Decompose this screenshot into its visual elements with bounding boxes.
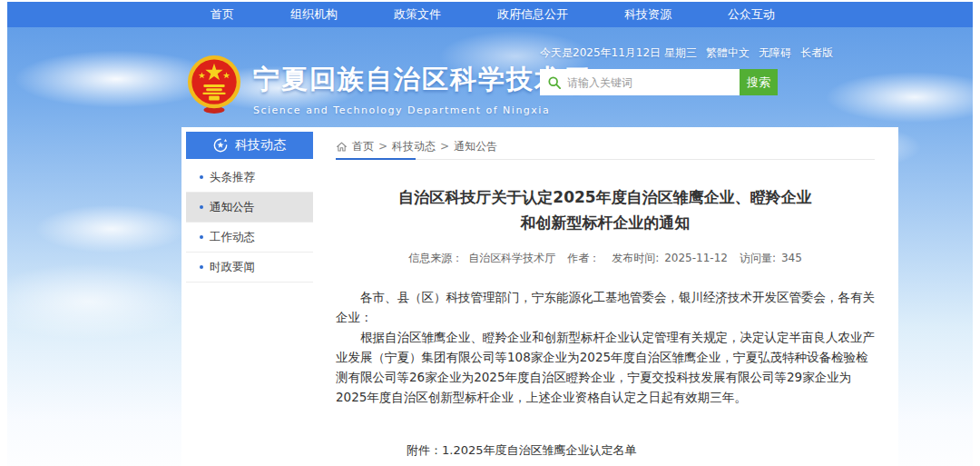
attachments-list: 1.2025年度自治区雏鹰企业认定名单 2.2025年度自治区瞪羚企业认定名单 … [442,440,672,466]
search-icon [548,76,561,89]
meta-publish-date: 2025-11-12 [664,252,728,264]
article-title-line1: 自治区科技厅关于认定2025年度自治区雏鹰企业、瞪羚企业 [336,184,875,210]
home-icon [336,141,348,153]
bullet-dot-icon [200,175,203,179]
sidebar-title: 科技动态 [235,137,286,154]
national-emblem-icon [186,55,242,114]
nav-item-organization[interactable]: 组织机构 [290,6,338,23]
attachment-link-1[interactable]: 1.2025年度自治区雏鹰企业认定名单 [442,440,672,461]
top-navbar: 首页 组织机构 政策文件 政府信息公开 科技资源 公众互动 [7,2,973,27]
sidebar: 科技动态 头条推荐 通知公告 工作动态 时政要闻 [181,127,319,466]
content-panel: 科技动态 头条推荐 通知公告 工作动态 时政要闻 [181,127,898,466]
nav-item-policy[interactable]: 政策文件 [394,6,441,23]
bullet-dot-icon [200,265,203,269]
article-paragraph: 根据自治区雏鹰企业、瞪羚企业和创新型标杆企业认定管理有关规定，决定认定半亩良人农… [336,327,875,407]
article-title-line2: 和创新型标杆企业的通知 [336,210,875,235]
bullet-dot-icon [200,205,203,209]
link-traditional-chinese[interactable]: 繁體中文 [706,45,750,61]
nav-item-home[interactable]: 首页 [211,6,234,23]
meta-source: 自治区科学技术厅 [468,252,555,264]
header-meta-row: 今天是2025年11月12日 星期三 繁體中文 无障碍 长者版 [540,45,790,61]
sidebar-item-label: 工作动态 [210,230,255,245]
star-circle-icon [213,138,228,153]
link-elder-version[interactable]: 长者版 [800,45,833,61]
sidebar-item-political-news[interactable]: 时政要闻 [186,253,313,283]
bullet-dot-icon [200,235,203,239]
breadcrumb-separator: > [378,140,387,153]
nav-item-resources[interactable]: 科技资源 [624,6,671,23]
meta-views-label: 访问量: [740,252,776,264]
site-subtitle: Science and Technology Department of Nin… [253,104,591,116]
breadcrumb-home[interactable]: 首页 [352,139,374,154]
current-date: 今天是2025年11月12日 星期三 [540,45,697,61]
attachments-label: 附件： [407,440,442,466]
page: 首页 组织机构 政策文件 政府信息公开 科技资源 公众互动 宁夏回族自治区科学技… [0,0,980,466]
search-button[interactable]: 搜索 [740,69,778,95]
sidebar-item-work-updates[interactable]: 工作动态 [186,223,313,253]
site-brand[interactable]: 宁夏回族自治区科学技术厅 Science and Technology Depa… [186,55,591,116]
header-right: 今天是2025年11月12日 星期三 繁體中文 无障碍 长者版 搜索 [540,45,790,95]
sidebar-item-label: 通知公告 [210,200,255,215]
breadcrumb: 首页 > 科技动态 > 通知公告 [336,136,875,156]
meta-source-label: 信息来源： [408,252,463,264]
sidebar-item-notices[interactable]: 通知公告 [186,193,313,223]
search-input[interactable] [567,76,731,89]
sidebar-item-label: 头条推荐 [210,170,255,185]
article-title: 自治区科技厅关于认定2025年度自治区雏鹰企业、瞪羚企业 和创新型标杆企业的通知 [336,184,875,235]
attachment-link-2[interactable]: 2.2025年度自治区瞪羚企业认定名单 [442,461,672,466]
quick-links: 繁體中文 无障碍 长者版 [697,45,833,61]
article-meta: 信息来源：自治区科学技术厅作者：发布时间:2025-11-12访问量:345 [336,251,875,266]
search-bar: 搜索 [540,69,778,95]
sidebar-item-headlines[interactable]: 头条推荐 [186,163,313,193]
meta-author-label: 作者： [567,252,600,264]
link-accessibility[interactable]: 无障碍 [759,45,791,61]
sidebar-list: 头条推荐 通知公告 工作动态 时政要闻 [186,163,319,283]
sidebar-item-label: 时政要闻 [210,260,255,275]
search-box [540,69,740,95]
nav-item-interaction[interactable]: 公众互动 [728,6,775,23]
nav-item-gov-info[interactable]: 政府信息公开 [497,6,568,23]
meta-views: 345 [781,252,802,264]
sidebar-header: 科技动态 [186,132,313,159]
breadcrumb-current[interactable]: 通知公告 [454,139,497,154]
breadcrumb-separator: > [440,140,449,153]
article-body: 各市、县（区）科技管理部门，宁东能源化工基地管委会，银川经济技术开发区管委会，各… [336,287,875,407]
breadcrumb-section[interactable]: 科技动态 [392,139,436,154]
article-paragraph: 各市、县（区）科技管理部门，宁东能源化工基地管委会，银川经济技术开发区管委会，各… [336,287,875,327]
main-area: 首页 > 科技动态 > 通知公告 自治区科技厅关于认定2025年度自治区雏鹰企业… [319,127,898,466]
breadcrumb-rule [336,159,875,160]
meta-publish-label: 发布时间: [612,252,659,264]
attachments-block: 附件： 1.2025年度自治区雏鹰企业认定名单 2.2025年度自治区瞪羚企业认… [407,440,875,466]
